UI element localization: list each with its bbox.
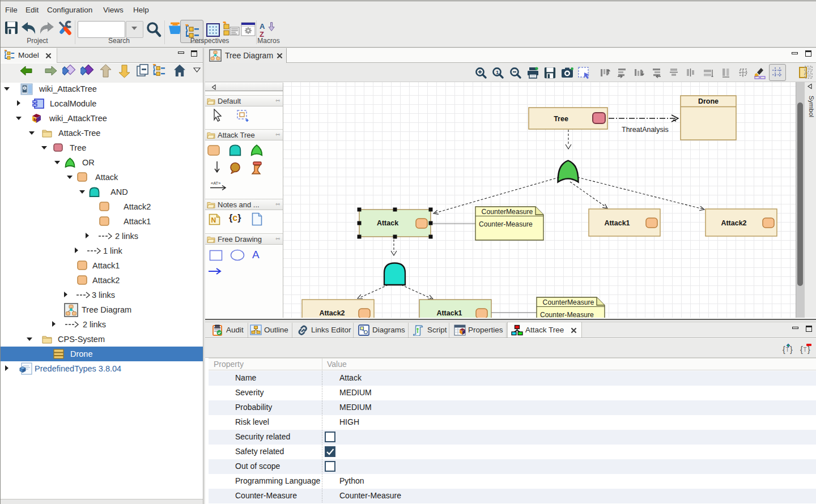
- svg-text:T: T: [804, 347, 807, 353]
- svg-text:Counter-Measure: Counter-Measure: [479, 220, 533, 228]
- svg-text:Attack: Attack: [377, 219, 398, 227]
- svg-text:Attack1: Attack1: [436, 309, 462, 317]
- svg-text:ThreatAnalysis: ThreatAnalysis: [622, 126, 669, 134]
- svg-text:Tree: Tree: [554, 115, 568, 123]
- svg-text:Attack2: Attack2: [721, 219, 746, 227]
- svg-text:Drone: Drone: [698, 97, 719, 105]
- svg-text:T: T: [786, 347, 789, 353]
- svg-text:Attack1: Attack1: [604, 219, 630, 227]
- svg-text:A: A: [260, 22, 265, 31]
- svg-text:«AT»: «AT»: [211, 181, 220, 186]
- svg-text:}: }: [808, 345, 810, 354]
- svg-text:1: 1: [496, 69, 499, 75]
- svg-text:N: N: [211, 216, 216, 224]
- svg-text:CounterMeasure: CounterMeasure: [482, 208, 533, 216]
- svg-text:CounterMeasure: CounterMeasure: [543, 298, 594, 306]
- svg-text:}: }: [790, 345, 793, 354]
- svg-text:M: M: [33, 117, 37, 122]
- svg-text:{: {: [783, 345, 785, 354]
- svg-text:Counter-Measure: Counter-Measure: [540, 311, 594, 318]
- svg-text:{: {: [800, 345, 803, 354]
- svg-text:Attack2: Attack2: [319, 309, 345, 317]
